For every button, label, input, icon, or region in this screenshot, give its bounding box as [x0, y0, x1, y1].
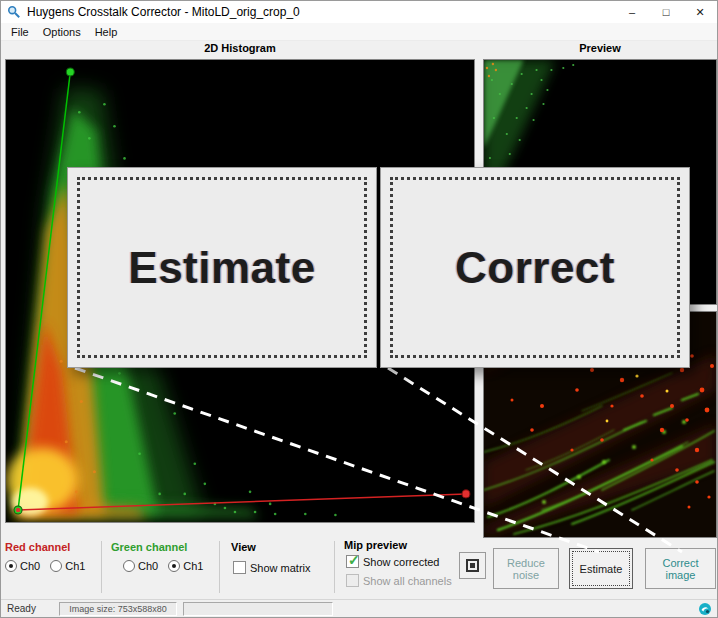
correct-image-button[interactable]: Correct image: [645, 548, 716, 589]
green-ch1-radio[interactable]: Ch1: [168, 560, 203, 572]
show-matrix-label: Show matrix: [250, 562, 311, 574]
menu-help[interactable]: Help: [88, 26, 125, 38]
green-ch0-label: Ch0: [138, 560, 158, 572]
menu-file[interactable]: File: [4, 26, 36, 38]
show-all-channels-checkbox-icon[interactable]: [346, 574, 359, 587]
callout-correct-button[interactable]: Correct: [380, 167, 690, 368]
menubar: File Options Help: [1, 23, 717, 41]
show-all-channels-checkbox[interactable]: Show all channels: [346, 574, 452, 587]
red-ch1-radio[interactable]: Ch1: [50, 560, 85, 572]
green-channel-label: Green channel: [111, 541, 187, 553]
green-ch1-radio-icon[interactable]: [168, 560, 180, 572]
progress-bar: [183, 602, 333, 616]
callout-estimate-label: Estimate: [128, 243, 315, 293]
titlebar[interactable]: Huygens Crosstalk Corrector - MitoLD_ori…: [1, 1, 717, 23]
reduce-noise-button[interactable]: Reduce noise: [493, 548, 559, 589]
separator: [219, 541, 220, 593]
separator: [101, 541, 102, 593]
show-corrected-checkbox-icon[interactable]: [346, 555, 359, 568]
green-ch0-radio[interactable]: Ch0: [123, 560, 158, 572]
green-line-handle[interactable]: [66, 68, 74, 76]
maximize-button[interactable]: □: [649, 1, 683, 23]
green-ch1-label: Ch1: [183, 560, 203, 572]
window-controls: – □ ✕: [615, 1, 717, 23]
minimize-button[interactable]: –: [615, 1, 649, 23]
red-line-handle[interactable]: [462, 490, 470, 498]
green-ch0-radio-icon[interactable]: [123, 560, 135, 572]
green-channel-radios: Ch0 Ch1: [123, 560, 203, 572]
show-all-channels-label: Show all channels: [363, 575, 452, 587]
red-channel-label: Red channel: [5, 541, 70, 553]
red-ch1-radio-icon[interactable]: [50, 560, 62, 572]
estimate-button[interactable]: Estimate: [569, 548, 633, 589]
huygens-tray-icon[interactable]: [698, 602, 712, 616]
close-button[interactable]: ✕: [683, 1, 717, 23]
red-ch0-label: Ch0: [20, 560, 40, 572]
show-matrix-checkbox-icon[interactable]: [233, 561, 246, 574]
detach-view-icon: [466, 559, 479, 572]
separator: [334, 541, 335, 593]
histogram-panel-title: 2D Histogram: [5, 42, 475, 56]
red-ch1-label: Ch1: [65, 560, 85, 572]
status-text: Ready: [7, 603, 36, 614]
mip-preview-group-label: Mip preview: [344, 539, 407, 551]
red-ch0-radio[interactable]: Ch0: [5, 560, 40, 572]
show-corrected-checkbox[interactable]: Show corrected: [346, 555, 439, 568]
red-ch0-radio-icon[interactable]: [5, 560, 17, 572]
detach-view-button[interactable]: [459, 552, 486, 579]
app-window: Huygens Crosstalk Corrector - MitoLD_ori…: [0, 0, 718, 618]
preview-panel-title: Preview: [483, 42, 717, 56]
callout-correct-label: Correct: [455, 243, 615, 293]
menu-options[interactable]: Options: [36, 26, 88, 38]
callout-estimate-button[interactable]: Estimate: [67, 167, 377, 368]
red-channel-radios: Ch0 Ch1: [5, 560, 85, 572]
show-corrected-label: Show corrected: [363, 556, 439, 568]
view-group-label: View: [231, 541, 256, 553]
app-magnifier-icon: [6, 4, 22, 20]
image-size-indicator: Image size: 753x588x80: [59, 602, 177, 616]
window-title: Huygens Crosstalk Corrector - MitoLD_ori…: [27, 5, 300, 19]
show-matrix-checkbox[interactable]: Show matrix: [233, 561, 311, 574]
statusbar: Ready Image size: 753x588x80: [1, 599, 717, 617]
